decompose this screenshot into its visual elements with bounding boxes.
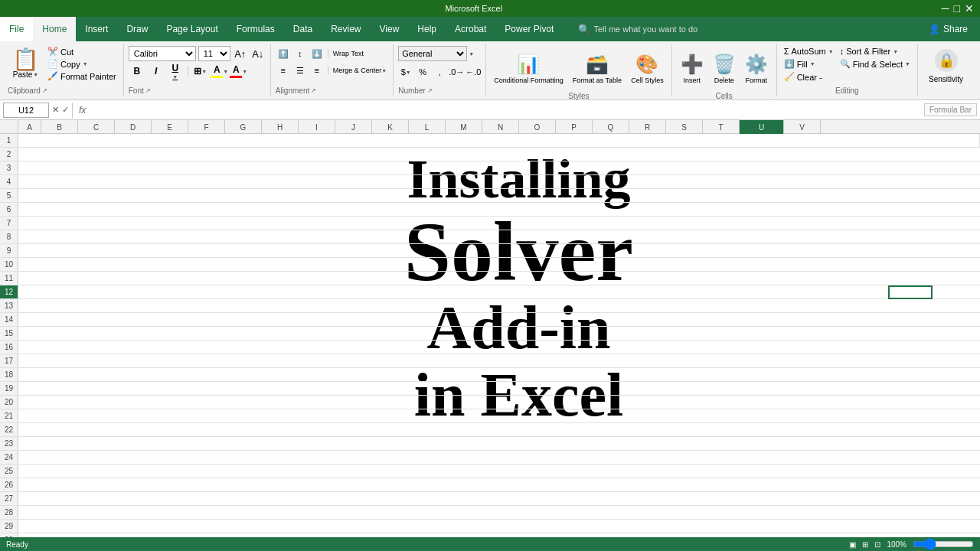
- row-number[interactable]: 28: [0, 506, 18, 519]
- row-number[interactable]: 25: [0, 465, 18, 478]
- insert-button[interactable]: ➕ Insert: [677, 46, 707, 90]
- merge-center-button[interactable]: Merge & Center ▼: [332, 63, 388, 78]
- col-header-E[interactable]: E: [152, 120, 188, 134]
- maximize-btn[interactable]: □: [954, 2, 960, 15]
- format-button[interactable]: ⚙️ Format: [741, 46, 772, 90]
- col-header-B[interactable]: B: [41, 120, 78, 134]
- number-expand[interactable]: ↗: [427, 87, 433, 94]
- row-number[interactable]: 13: [0, 299, 18, 312]
- row-number[interactable]: 11: [0, 272, 18, 285]
- decrease-decimal-button[interactable]: ←.0: [466, 64, 481, 80]
- row-number[interactable]: 10: [0, 258, 18, 271]
- cell-styles-button[interactable]: 🎨 Cell Styles: [628, 46, 667, 90]
- col-header-S[interactable]: S: [666, 120, 703, 134]
- font-name-select[interactable]: Calibri: [129, 46, 196, 61]
- col-header-M[interactable]: M: [446, 120, 482, 134]
- row-number[interactable]: 27: [0, 492, 18, 505]
- format-as-table-button[interactable]: 🗃️ Format as Table: [570, 46, 625, 90]
- row-number[interactable]: 23: [0, 437, 18, 450]
- menu-item-home[interactable]: Home: [33, 17, 76, 41]
- row-number[interactable]: 19: [0, 382, 18, 395]
- increase-font-size-button[interactable]: A↑: [233, 46, 248, 61]
- zoom-slider[interactable]: [913, 540, 974, 549]
- normal-view-btn[interactable]: ▣: [849, 540, 856, 549]
- fill-color-button[interactable]: A ▼: [211, 63, 228, 80]
- align-bottom-button[interactable]: ⬇️: [309, 46, 325, 61]
- col-header-Q[interactable]: Q: [593, 120, 629, 134]
- row-number[interactable]: 20: [0, 396, 18, 409]
- menu-item-help[interactable]: Help: [408, 17, 446, 41]
- menu-item-formulas[interactable]: Formulas: [227, 17, 284, 41]
- paste-dropdown-arrow[interactable]: ▼: [33, 72, 38, 77]
- bold-button[interactable]: B: [129, 63, 145, 80]
- row-number[interactable]: 7: [0, 217, 18, 230]
- row-number[interactable]: 14: [0, 313, 18, 326]
- col-header-U[interactable]: U: [740, 120, 784, 134]
- menu-item-powerpivot[interactable]: Power Pivot: [495, 17, 563, 41]
- align-middle-button[interactable]: ↕️: [292, 46, 308, 61]
- underline-dropdown[interactable]: ▼: [172, 74, 178, 80]
- col-header-A[interactable]: A: [18, 120, 41, 134]
- share-button[interactable]: 👤 Share: [916, 17, 980, 41]
- align-top-button[interactable]: ⬆️: [276, 46, 291, 61]
- menu-item-acrobat[interactable]: Acrobat: [446, 17, 495, 41]
- menu-item-file[interactable]: File: [0, 17, 33, 41]
- clear-button[interactable]: 🧹 Clear -: [782, 71, 836, 83]
- row-number[interactable]: 18: [0, 368, 18, 381]
- row-number[interactable]: 9: [0, 244, 18, 257]
- number-format-dropdown[interactable]: ▼: [469, 51, 474, 57]
- font-color-button[interactable]: A ▼: [230, 63, 247, 80]
- row-number[interactable]: 17: [0, 354, 18, 367]
- col-header-O[interactable]: O: [519, 120, 556, 134]
- menu-item-draw[interactable]: Draw: [117, 17, 157, 41]
- close-btn[interactable]: ✕: [965, 2, 974, 15]
- decrease-font-size-button[interactable]: A↓: [250, 46, 266, 61]
- page-break-btn[interactable]: ⊡: [874, 540, 880, 549]
- currency-button[interactable]: $▼: [398, 64, 413, 80]
- col-header-K[interactable]: K: [372, 120, 409, 134]
- col-header-J[interactable]: J: [335, 120, 372, 134]
- percent-button[interactable]: %: [415, 64, 430, 80]
- menu-item-view[interactable]: View: [371, 17, 409, 41]
- menu-item-insert[interactable]: Insert: [76, 17, 117, 41]
- col-header-P[interactable]: P: [556, 120, 593, 134]
- col-header-G[interactable]: G: [225, 120, 262, 134]
- align-center-button[interactable]: ☰: [292, 63, 308, 78]
- row-number[interactable]: 16: [0, 341, 18, 354]
- row-number[interactable]: 2: [0, 148, 18, 161]
- col-header-F[interactable]: F: [188, 120, 225, 134]
- row-number[interactable]: 15: [0, 327, 18, 340]
- formula-input[interactable]: [92, 103, 921, 118]
- font-size-select[interactable]: 11: [198, 46, 230, 61]
- number-format-select[interactable]: General: [398, 46, 467, 61]
- cell-reference-input[interactable]: [3, 103, 49, 118]
- cancel-formula-btn[interactable]: ✕: [52, 105, 59, 115]
- confirm-formula-btn[interactable]: ✓: [62, 105, 69, 115]
- row-number[interactable]: 5: [0, 189, 18, 202]
- align-right-button[interactable]: ≡: [309, 63, 325, 78]
- search-placeholder[interactable]: Tell me what you want to do: [593, 24, 697, 34]
- row-number[interactable]: 29: [0, 520, 18, 533]
- menu-item-pagelayout[interactable]: Page Layout: [157, 17, 227, 41]
- clipboard-expand[interactable]: ↗: [42, 87, 47, 94]
- col-header-R[interactable]: R: [629, 120, 666, 134]
- col-header-C[interactable]: C: [78, 120, 115, 134]
- copy-button[interactable]: 📄 Copy ▼: [45, 58, 119, 70]
- col-header-I[interactable]: I: [299, 120, 335, 134]
- page-layout-btn[interactable]: ⊞: [862, 540, 868, 549]
- delete-button[interactable]: 🗑️ Delete: [709, 46, 740, 90]
- alignment-expand[interactable]: ↗: [311, 87, 316, 94]
- col-header-V[interactable]: V: [784, 120, 821, 134]
- row-number[interactable]: 6: [0, 203, 18, 216]
- row-number-selected[interactable]: 12: [0, 285, 18, 298]
- row-number[interactable]: 4: [0, 175, 18, 188]
- align-left-button[interactable]: ≡: [276, 63, 291, 78]
- minimize-btn[interactable]: ─: [942, 2, 949, 15]
- row-number[interactable]: 24: [0, 451, 18, 464]
- col-header-N[interactable]: N: [482, 120, 519, 134]
- row-number[interactable]: 26: [0, 478, 18, 491]
- row-number[interactable]: 30: [0, 533, 18, 537]
- paste-button[interactable]: 📋 Paste ▼: [8, 46, 44, 82]
- find-select-button[interactable]: 🔍 Find & Select ▼: [838, 58, 913, 70]
- col-header-H[interactable]: H: [262, 120, 299, 134]
